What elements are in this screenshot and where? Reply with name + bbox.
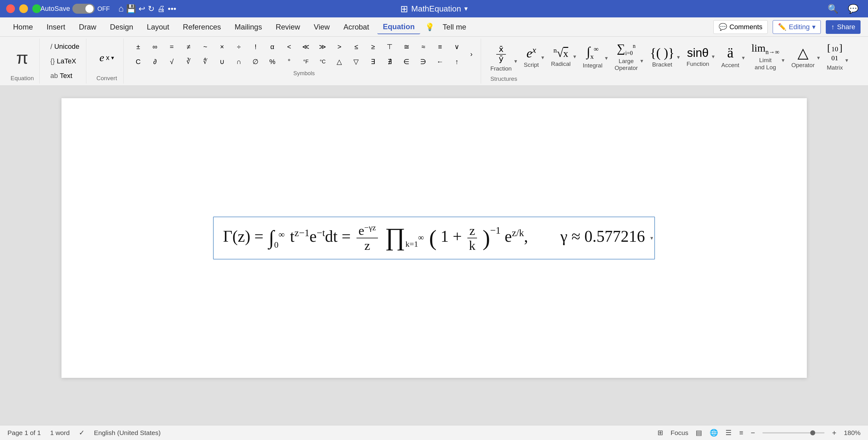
redo-icon[interactable]: ↻ xyxy=(148,4,155,14)
sym-ll[interactable]: ≪ xyxy=(298,40,314,54)
close-button[interactable] xyxy=(6,4,15,13)
menu-insert[interactable]: Insert xyxy=(41,20,71,34)
sym-cbrt[interactable]: ∛ xyxy=(181,55,196,69)
sym-vee[interactable]: ∨ xyxy=(449,40,465,54)
focus-label[interactable]: Focus xyxy=(671,429,688,437)
radical-button[interactable]: n√x Radical xyxy=(549,46,573,69)
sym-uparrow[interactable]: ↑ xyxy=(449,55,465,69)
view-web-icon[interactable]: 🌐 xyxy=(710,429,718,437)
sym-tilde[interactable]: ~ xyxy=(197,40,213,54)
comments-button[interactable]: 💬 Comments xyxy=(713,20,768,34)
limit-button[interactable]: limn→∞ Limitand Log xyxy=(749,41,782,72)
operator-button[interactable]: △ Operator xyxy=(789,45,817,70)
sym-triangle[interactable]: △ xyxy=(332,55,347,69)
script-dropdown-icon[interactable]: ▾ xyxy=(541,54,544,61)
sym-cong[interactable]: ≅ xyxy=(399,40,414,54)
sym-div[interactable]: ÷ xyxy=(231,40,247,54)
sym-sqrt[interactable]: √ xyxy=(164,55,180,69)
sym-gt[interactable]: > xyxy=(332,40,347,54)
fraction-dropdown-icon[interactable]: ▾ xyxy=(514,58,517,65)
chat-icon[interactable]: 💬 xyxy=(848,4,859,14)
sym-equiv[interactable]: ≡ xyxy=(432,40,448,54)
script-button[interactable]: ex Script xyxy=(521,45,541,69)
home-icon[interactable]: ⌂ xyxy=(118,4,124,14)
menu-design[interactable]: Design xyxy=(104,20,139,34)
function-button[interactable]: sinθ Function xyxy=(684,46,712,69)
sym-approx[interactable]: ≈ xyxy=(415,40,431,54)
sym-pct[interactable]: % xyxy=(265,55,280,69)
sym-pm[interactable]: ± xyxy=(130,40,146,54)
sym-neq[interactable]: ≠ xyxy=(181,40,196,54)
fraction-button[interactable]: x̄ȳ Fraction xyxy=(488,41,514,74)
zoom-in-icon[interactable]: + xyxy=(832,429,836,437)
sym-4rt[interactable]: ∜ xyxy=(197,55,213,69)
matrix-dropdown-icon[interactable]: ▾ xyxy=(845,57,848,64)
sym-eq[interactable]: = xyxy=(164,40,180,54)
menu-references[interactable]: References xyxy=(177,20,227,34)
sym-exc[interactable]: ! xyxy=(248,40,264,54)
accent-dropdown-icon[interactable]: ▾ xyxy=(742,54,745,61)
tell-me-label[interactable]: Tell me xyxy=(437,20,472,34)
equation-dropdown-icon[interactable]: ▾ xyxy=(650,235,653,241)
view-draft-icon[interactable]: ≡ xyxy=(739,429,743,437)
save-icon[interactable]: 💾 xyxy=(126,4,136,14)
menu-mailings[interactable]: Mailings xyxy=(229,20,268,34)
sym-partial[interactable]: ∂ xyxy=(147,55,163,69)
pi-symbol[interactable]: π xyxy=(16,49,28,66)
operator-dropdown-icon[interactable]: ▾ xyxy=(817,54,820,61)
menu-equation[interactable]: Equation xyxy=(377,20,421,34)
text-btn[interactable]: ab Text xyxy=(48,70,82,81)
sym-degc[interactable]: °C xyxy=(315,55,331,69)
sym-inf[interactable]: ∞ xyxy=(147,40,163,54)
search-icon[interactable]: 🔍 xyxy=(828,4,838,14)
maximize-button[interactable] xyxy=(32,4,41,13)
print-icon[interactable]: 🖨 xyxy=(157,4,165,14)
sym-ni[interactable]: ∋ xyxy=(415,55,431,69)
sym-gg[interactable]: ≫ xyxy=(315,40,331,54)
integral-dropdown-icon[interactable]: ▾ xyxy=(605,55,608,61)
unicode-btn[interactable]: / Unicode xyxy=(48,41,82,52)
radical-dropdown-icon[interactable]: ▾ xyxy=(573,53,576,60)
latex-btn[interactable]: {} LaTeX xyxy=(48,56,82,66)
autosave-toggle[interactable] xyxy=(72,4,95,14)
view-outline-icon[interactable]: ☰ xyxy=(725,429,732,437)
view-normal-icon[interactable]: ▤ xyxy=(695,429,702,437)
limit-dropdown-icon[interactable]: ▾ xyxy=(782,57,784,64)
sym-exists[interactable]: ∃ xyxy=(365,55,381,69)
sym-nab[interactable]: ▽ xyxy=(348,55,364,69)
sym-times[interactable]: × xyxy=(214,40,230,54)
menu-view[interactable]: View xyxy=(308,20,335,34)
matrix-button[interactable]: [1001] Matrix xyxy=(824,41,845,72)
sym-degf[interactable]: °F xyxy=(298,55,314,69)
sym-empty[interactable]: ∅ xyxy=(248,55,264,69)
sym-cap[interactable]: ∩ xyxy=(231,55,247,69)
sym-top[interactable]: ⊤ xyxy=(382,40,398,54)
sym-le[interactable]: ≤ xyxy=(348,40,364,54)
menu-draw[interactable]: Draw xyxy=(73,20,102,34)
editing-button[interactable]: ✏️ Editing ▾ xyxy=(773,20,821,34)
menu-layout[interactable]: Layout xyxy=(141,20,175,34)
convert-btn[interactable]: ex ▾ xyxy=(97,50,117,65)
large-op-button[interactable]: ∑i=0n LargeOperator xyxy=(612,41,640,73)
sym-in[interactable]: ∈ xyxy=(399,55,414,69)
zoom-slider[interactable] xyxy=(763,432,825,434)
zoom-level[interactable]: 180% xyxy=(844,429,861,437)
accent-button[interactable]: ä Accent xyxy=(719,45,742,70)
menu-acrobat[interactable]: Acrobat xyxy=(338,20,375,34)
menu-home[interactable]: Home xyxy=(7,20,38,34)
sym-C[interactable]: C xyxy=(130,55,146,69)
sym-leftarrow[interactable]: ← xyxy=(432,55,448,69)
sym-ge[interactable]: ≥ xyxy=(365,40,381,54)
sym-alpha[interactable]: α xyxy=(265,40,280,54)
bracket-button[interactable]: {( )} Bracket xyxy=(648,45,677,69)
proofing-icon[interactable]: ✓ xyxy=(79,429,85,437)
function-dropdown-icon[interactable]: ▾ xyxy=(712,53,715,60)
equation-container[interactable]: Γ(z) = ∫0∞ tz−1e−tdt = e−γz z ∏k=1∞ xyxy=(213,216,655,260)
sym-nexists[interactable]: ∄ xyxy=(382,55,398,69)
sym-lt[interactable]: < xyxy=(281,40,297,54)
bracket-dropdown-icon[interactable]: ▾ xyxy=(677,54,680,61)
more-icon[interactable]: ••• xyxy=(168,4,176,14)
integral-button[interactable]: ∫x∞ Integral xyxy=(581,44,605,70)
undo-icon[interactable]: ↩ xyxy=(138,4,145,14)
menu-review[interactable]: Review xyxy=(270,20,306,34)
